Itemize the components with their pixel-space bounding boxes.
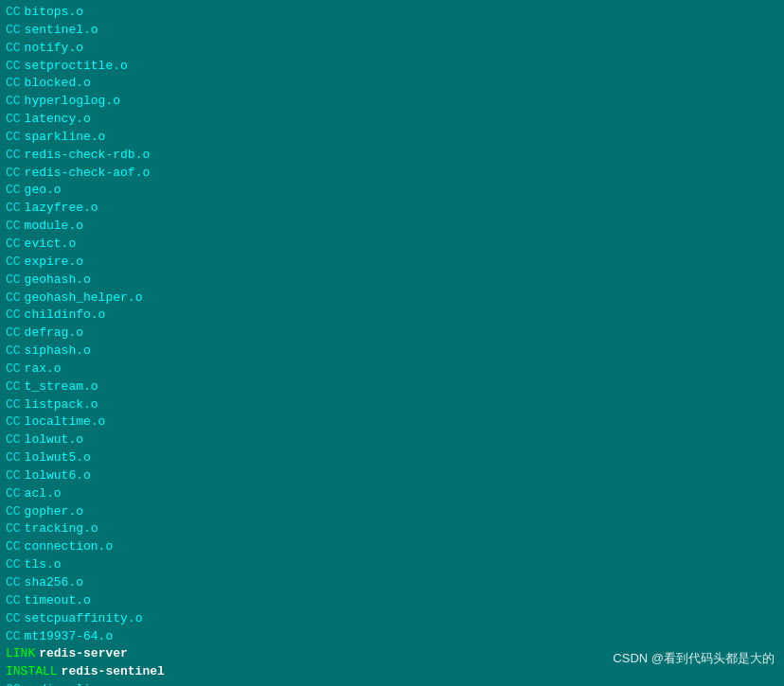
terminal-line: CCsha256.o	[6, 574, 778, 592]
terminal-line: CCblocked.o	[6, 75, 778, 93]
filename: lolwut6.o	[25, 467, 91, 485]
filename: sparkline.o	[25, 129, 106, 147]
cc-label: CC	[6, 75, 21, 93]
watermark: CSDN @看到代码头都是大的	[613, 650, 775, 667]
filename: mt19937-64.o	[25, 628, 114, 646]
terminal-line: CCtimeout.o	[6, 592, 778, 610]
terminal-line: CCgopher.o	[6, 503, 778, 521]
cc-label: CC	[6, 58, 21, 76]
cc-label: CC	[6, 182, 21, 200]
terminal-line: CClistpack.o	[6, 396, 778, 414]
filename: lolwut.o	[25, 431, 83, 449]
cc-label: CC	[6, 111, 21, 129]
cc-label: CC	[6, 254, 21, 272]
filename: expire.o	[25, 254, 83, 272]
terminal-line: CClolwut.o	[6, 431, 778, 449]
filename: lazyfree.o	[25, 200, 98, 218]
terminal-line: CCevict.o	[6, 236, 778, 254]
filename: sha256.o	[25, 574, 83, 592]
filename: evict.o	[25, 236, 77, 254]
link-label: LINK	[6, 645, 35, 663]
cc-label: CC	[6, 467, 21, 485]
filename: setcpuaffinity.o	[25, 610, 143, 628]
cc-label: CC	[6, 218, 21, 236]
terminal-line: CCsetcpuaffinity.o	[6, 610, 778, 628]
filename: gopher.o	[25, 503, 83, 521]
terminal-line: CCdefrag.o	[6, 325, 778, 343]
terminal-line: CCsentinel.o	[6, 22, 778, 40]
cc-label: CC	[6, 307, 21, 325]
cc-label: CC	[6, 520, 21, 538]
cc-label: CC	[6, 449, 21, 467]
cc-label: CC	[6, 147, 21, 165]
filename: connection.o	[25, 538, 114, 556]
cc-label: CC	[6, 628, 21, 646]
filename: redis-sentinel	[62, 663, 165, 681]
filename: redis-check-rdb.o	[25, 147, 151, 165]
terminal-line: CCredis-check-aof.o	[6, 165, 778, 183]
filename: sentinel.o	[25, 22, 98, 40]
cc-label: CC	[6, 610, 21, 628]
terminal-line: CCsiphash.o	[6, 343, 778, 361]
filename: redis-server	[39, 645, 128, 663]
terminal-line: CCgeo.o	[6, 182, 778, 200]
filename: latency.o	[25, 111, 91, 129]
terminal-line: CCredis-check-rdb.o	[6, 147, 778, 165]
filename: module.o	[25, 218, 83, 236]
cc-label: CC	[6, 681, 21, 686]
terminal-line: CCconnection.o	[6, 538, 778, 556]
cc-label: CC	[6, 574, 21, 592]
cc-label: CC	[6, 413, 21, 431]
terminal-line: CClocaltime.o	[6, 413, 778, 431]
terminal-line: CCchildinfo.o	[6, 307, 778, 325]
terminal-line: CCmt19937-64.o	[6, 628, 778, 646]
cc-label: CC	[6, 40, 21, 58]
terminal-line: CClatency.o	[6, 111, 778, 129]
terminal-line: CCnotify.o	[6, 40, 778, 58]
terminal-line: CClolwut5.o	[6, 449, 778, 467]
cc-label: CC	[6, 361, 21, 378]
cc-label: CC	[6, 4, 21, 22]
cc-label: CC	[6, 93, 21, 111]
filename: hyperloglog.o	[25, 93, 120, 111]
filename: bitops.o	[25, 4, 83, 22]
terminal-line: CCexpire.o	[6, 254, 778, 272]
cc-label: CC	[6, 556, 21, 574]
filename: rax.o	[25, 361, 62, 378]
terminal-line: CCt_stream.o	[6, 378, 778, 396]
cc-label: CC	[6, 165, 21, 183]
cc-label: CC	[6, 538, 21, 556]
filename: tls.o	[25, 556, 62, 574]
filename: geohash.o	[25, 272, 91, 290]
filename: t_stream.o	[25, 378, 98, 396]
terminal-line: CCbitops.o	[6, 4, 778, 22]
filename: siphash.o	[25, 343, 91, 361]
filename: defrag.o	[25, 325, 83, 343]
filename: redis-cli.o	[25, 681, 106, 686]
cc-label: CC	[6, 325, 21, 343]
filename: timeout.o	[25, 592, 91, 610]
cc-label: CC	[6, 396, 21, 414]
cc-label: CC	[6, 200, 21, 218]
terminal-line: CCmodule.o	[6, 218, 778, 236]
terminal-line: CCsetproctitle.o	[6, 58, 778, 76]
terminal-line: CChyperloglog.o	[6, 93, 778, 111]
filename: geo.o	[25, 182, 62, 200]
filename: childinfo.o	[25, 307, 106, 325]
filename: setproctitle.o	[25, 58, 128, 76]
terminal-line: CCacl.o	[6, 485, 778, 503]
terminal: CCbitops.oCCsentinel.oCCnotify.oCCsetpro…	[0, 0, 784, 686]
terminal-line: CClolwut6.o	[6, 467, 778, 485]
terminal-line: CCredis-cli.o	[6, 681, 778, 686]
install-label: INSTALL	[6, 663, 58, 681]
cc-label: CC	[6, 592, 21, 610]
filename: acl.o	[25, 485, 62, 503]
filename: tracking.o	[25, 520, 98, 538]
terminal-line: CCgeohash_helper.o	[6, 290, 778, 308]
cc-label: CC	[6, 236, 21, 254]
cc-label: CC	[6, 431, 21, 449]
terminal-line: CCtracking.o	[6, 520, 778, 538]
cc-label: CC	[6, 129, 21, 147]
filename: redis-check-aof.o	[25, 165, 151, 183]
terminal-line: CCtls.o	[6, 556, 778, 574]
